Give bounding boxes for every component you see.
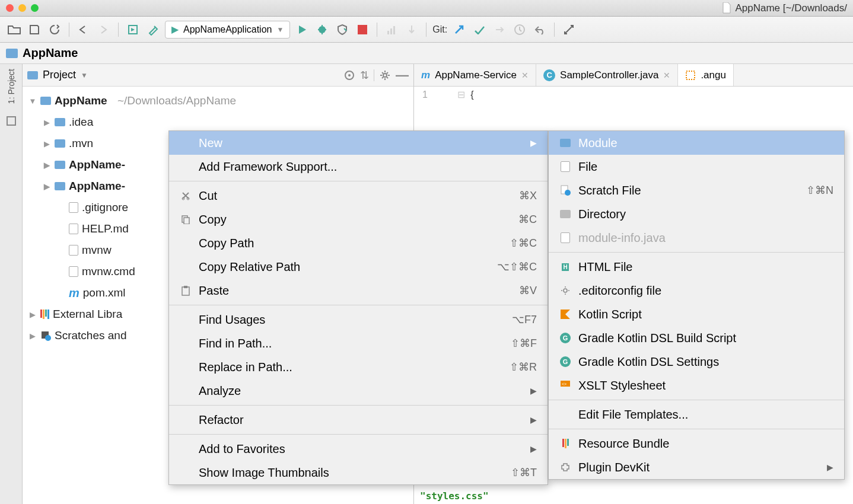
git-label: Git: xyxy=(432,24,447,35)
menu-item[interactable]: Copy Path⇧⌘C xyxy=(169,231,548,255)
back-icon[interactable] xyxy=(75,21,92,38)
menu-item[interactable]: Find Usages⌥F7 xyxy=(169,308,548,331)
menu-item[interactable]: Kotlin Script xyxy=(549,302,844,326)
stop-icon[interactable] xyxy=(354,21,371,38)
menu-item[interactable]: Analyze▶ xyxy=(169,379,548,403)
code-editor[interactable]: 1 ⊟ { xyxy=(414,87,853,103)
svg-point-21 xyxy=(565,190,571,196)
menu-item[interactable]: Add Framework Support... xyxy=(169,155,548,178)
git-compare-icon[interactable] xyxy=(491,21,508,38)
menu-item[interactable]: GGradle Kotlin DSL Settings xyxy=(549,350,844,374)
menu-item[interactable]: GGradle Kotlin DSL Build Script xyxy=(549,326,844,350)
git-history-icon[interactable] xyxy=(511,21,528,38)
traffic-lights xyxy=(6,4,39,12)
gear-icon xyxy=(559,285,571,296)
menu-item[interactable]: Find in Path...⇧⌘F xyxy=(169,331,548,355)
close-tab-icon[interactable]: ✕ xyxy=(663,71,670,80)
run-icon[interactable] xyxy=(294,21,310,38)
build-icon[interactable] xyxy=(125,21,141,38)
folder-icon xyxy=(40,97,51,105)
tree-label: AppName xyxy=(55,94,107,107)
minimize-window-icon[interactable] xyxy=(18,4,26,12)
save-icon[interactable] xyxy=(26,21,43,38)
structure-tool-icon[interactable] xyxy=(6,116,17,126)
expand-arrow-icon[interactable]: ▶ xyxy=(43,139,51,148)
blank-icon xyxy=(180,137,192,149)
menu-separator xyxy=(169,181,548,181)
debug-icon[interactable] xyxy=(314,21,330,38)
menu-shortcut: ⇧⌘T xyxy=(511,466,537,479)
tree-row[interactable]: ▶.idea xyxy=(23,111,413,133)
expand-arrow-icon[interactable]: ▶ xyxy=(28,331,37,340)
menu-item[interactable]: Directory xyxy=(549,202,844,226)
blank-icon xyxy=(180,414,192,426)
menu-item-label: .editorconfig file xyxy=(578,284,833,298)
close-tab-icon[interactable]: ✕ xyxy=(521,71,529,80)
editor-tabs: mAppName-Service✕CSampleController.java✕… xyxy=(414,64,853,87)
breadcrumb-root[interactable]: AppName xyxy=(23,46,78,60)
hide-icon[interactable]: — xyxy=(396,68,409,83)
zoom-window-icon[interactable] xyxy=(31,4,39,12)
run-config-dropdown[interactable]: ▶ AppNameApplication ▼ xyxy=(165,21,290,39)
menu-item[interactable]: Show Image Thumbnails⇧⌘T xyxy=(169,461,548,484)
editor-tab[interactable]: mAppName-Service✕ xyxy=(414,64,536,86)
scratch-icon xyxy=(40,330,51,341)
menu-item[interactable]: Copy⌘C xyxy=(169,208,548,231)
svg-rect-17 xyxy=(184,218,189,224)
menu-item[interactable]: New▶ xyxy=(169,131,548,155)
expand-arrow-icon[interactable]: ▶ xyxy=(28,310,37,319)
git-update-icon[interactable] xyxy=(451,21,467,38)
menu-item[interactable]: Refactor▶ xyxy=(169,408,548,432)
menu-item[interactable]: Paste⌘V xyxy=(169,279,548,302)
git-revert-icon[interactable] xyxy=(531,21,548,38)
menu-item[interactable]: <>XSLT Stylesheet xyxy=(549,374,844,397)
project-view-selector[interactable]: Project xyxy=(43,69,76,81)
editor-tab[interactable]: CSampleController.java✕ xyxy=(536,64,678,86)
menu-item[interactable]: File xyxy=(549,155,844,178)
menu-item-label: Copy Path xyxy=(199,237,502,250)
profile-icon[interactable] xyxy=(383,21,400,38)
target-icon[interactable] xyxy=(343,69,355,81)
folder-icon xyxy=(6,49,18,58)
tree-label: External Libra xyxy=(53,308,122,321)
menu-item[interactable]: Module xyxy=(549,131,844,155)
context-menu: New▶Add Framework Support...Cut⌘XCopy⌘CC… xyxy=(168,130,548,485)
expand-arrow-icon[interactable]: ▶ xyxy=(43,118,51,127)
submenu-arrow-icon: ▶ xyxy=(530,415,537,425)
menu-item[interactable]: Edit File Templates... xyxy=(549,403,844,426)
menu-item[interactable]: .editorconfig file xyxy=(549,279,844,302)
menu-item[interactable]: Scratch File⇧⌘N xyxy=(549,178,844,202)
svg-rect-3 xyxy=(387,31,389,34)
tree-root[interactable]: ▼ AppName ~/Downloads/AppName xyxy=(23,90,413,111)
coverage-icon[interactable] xyxy=(334,21,351,38)
menu-item[interactable]: Resource Bundle xyxy=(549,432,844,455)
menu-shortcut: ⇧⌘R xyxy=(510,361,537,374)
settings-icon[interactable] xyxy=(379,69,391,81)
sync-icon[interactable] xyxy=(46,21,63,38)
menu-item[interactable]: HHTML File xyxy=(549,255,844,279)
hammer-icon[interactable] xyxy=(145,21,161,38)
open-file-icon[interactable] xyxy=(6,21,23,38)
expand-arrow-icon[interactable]: ▼ xyxy=(28,97,37,106)
tree-path: ~/Downloads/AppName xyxy=(117,94,236,107)
menu-separator xyxy=(549,252,844,253)
expand-arrow-icon[interactable]: ▶ xyxy=(43,161,51,170)
expand-arrow-icon[interactable]: ▶ xyxy=(43,182,51,191)
menu-item[interactable]: Cut⌘X xyxy=(169,184,548,208)
project-tool-button[interactable]: 1: Project xyxy=(7,69,16,104)
close-window-icon[interactable] xyxy=(6,4,14,12)
menu-item[interactable]: Replace in Path...⇧⌘R xyxy=(169,355,548,379)
forward-icon[interactable] xyxy=(96,21,112,38)
menu-item-label: Copy Relative Path xyxy=(199,260,490,274)
editor-tab[interactable]: .angu xyxy=(678,64,734,86)
menu-item[interactable]: Copy Relative Path⌥⇧⌘C xyxy=(169,255,548,279)
blank-icon xyxy=(180,467,192,479)
menu-item[interactable]: Add to Favorites▶ xyxy=(169,437,548,461)
menu-item[interactable]: Plugin DevKit▶ xyxy=(549,455,844,479)
attach-icon[interactable] xyxy=(403,21,420,38)
git-commit-icon[interactable] xyxy=(471,21,488,38)
menu-item-label: Show Image Thumbnails xyxy=(199,466,504,480)
menu-item-label: Replace in Path... xyxy=(199,361,502,374)
search-icon[interactable] xyxy=(561,21,577,38)
collapse-icon[interactable]: ⇅ xyxy=(360,69,369,82)
